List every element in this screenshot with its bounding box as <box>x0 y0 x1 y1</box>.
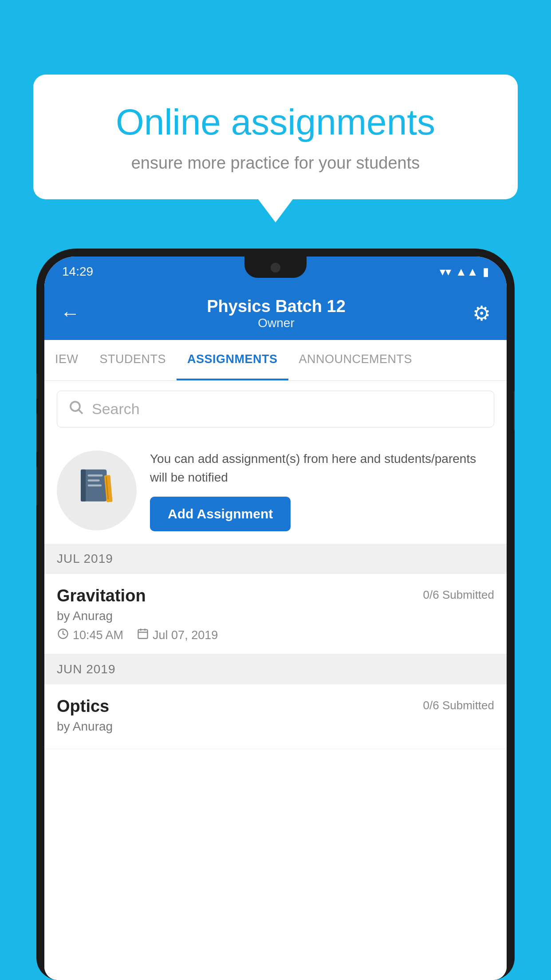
header-title-block: Physics Batch 12 Owner <box>80 297 472 330</box>
status-bar: 14:29 ▾▾ ▲▲ ▮ <box>44 257 507 287</box>
assignment-title-optics: Optics <box>57 697 109 716</box>
tab-students[interactable]: STUDENTS <box>89 340 177 380</box>
phone-frame: 14:29 ▾▾ ▲▲ ▮ ← Physics Batch 12 Owner ⚙… <box>36 249 515 980</box>
assignment-item-optics[interactable]: Optics 0/6 Submitted by Anurag <box>44 684 507 749</box>
svg-rect-5 <box>88 479 100 482</box>
phone-notch <box>244 257 307 278</box>
wifi-icon: ▾▾ <box>440 265 451 279</box>
promo-icon-circle <box>57 450 137 530</box>
tab-assignments[interactable]: ASSIGNMENTS <box>177 340 288 380</box>
phone-screen-inner: 14:29 ▾▾ ▲▲ ▮ ← Physics Batch 12 Owner ⚙… <box>44 257 507 980</box>
silent-button <box>36 466 37 506</box>
assignment-title-gravitation: Gravitation <box>57 586 146 605</box>
section-header-jul: JUL 2019 <box>44 544 507 574</box>
svg-rect-3 <box>81 469 86 501</box>
battery-icon: ▮ <box>483 265 489 279</box>
clock-icon <box>57 628 69 643</box>
search-icon <box>68 399 84 419</box>
status-time: 14:29 <box>62 265 93 279</box>
svg-rect-6 <box>88 484 102 486</box>
status-icons: ▾▾ ▲▲ ▮ <box>440 265 489 279</box>
svg-rect-4 <box>88 474 103 477</box>
add-assignment-button[interactable]: Add Assignment <box>150 497 291 531</box>
assignment-submitted-gravitation: 0/6 Submitted <box>423 588 494 602</box>
search-bar[interactable]: Search <box>57 391 494 427</box>
back-button[interactable]: ← <box>60 302 80 324</box>
svg-rect-10 <box>138 630 148 639</box>
svg-point-0 <box>71 402 80 411</box>
tabs-bar: IEW STUDENTS ASSIGNMENTS ANNOUNCEMENTS <box>44 340 507 381</box>
tab-iew[interactable]: IEW <box>44 340 89 380</box>
promo-content: You can add assignment(s) from here and … <box>150 450 494 531</box>
assignment-item-gravitation[interactable]: Gravitation 0/6 Submitted by Anurag 10:4… <box>44 574 507 654</box>
speech-bubble-subtitle: ensure more practice for your students <box>64 154 487 173</box>
time-value: 10:45 AM <box>73 628 123 642</box>
tab-announcements[interactable]: ANNOUNCEMENTS <box>288 340 423 380</box>
speech-bubble-container: Online assignments ensure more practice … <box>33 75 518 199</box>
settings-icon[interactable]: ⚙ <box>472 301 491 325</box>
speech-bubble-title: Online assignments <box>64 101 487 143</box>
batch-title: Physics Batch 12 <box>80 297 472 316</box>
assignment-row-top-optics: Optics 0/6 Submitted <box>57 697 494 716</box>
promo-text: You can add assignment(s) from here and … <box>150 450 494 487</box>
speech-bubble: Online assignments ensure more practice … <box>33 75 518 199</box>
assignment-time-gravitation: 10:45 AM <box>57 628 123 643</box>
assignment-submitted-optics: 0/6 Submitted <box>423 699 494 712</box>
batch-subtitle: Owner <box>80 316 472 330</box>
promo-block: You can add assignment(s) from here and … <box>44 437 507 544</box>
signal-icon: ▲▲ <box>456 265 478 279</box>
assignment-author-optics: by Anurag <box>57 719 494 734</box>
assignment-row-top: Gravitation 0/6 Submitted <box>57 586 494 605</box>
search-container: Search <box>44 381 507 437</box>
date-value: Jul 07, 2019 <box>153 628 218 642</box>
assignment-author-gravitation: by Anurag <box>57 609 494 623</box>
volume-down-button <box>36 413 37 453</box>
app-header: ← Physics Batch 12 Owner ⚙ <box>44 287 507 340</box>
power-button <box>514 391 515 431</box>
assignment-date-gravitation: Jul 07, 2019 <box>137 628 218 643</box>
camera-dot <box>271 263 280 273</box>
notebook-icon <box>77 466 117 515</box>
calendar-icon <box>137 628 149 643</box>
phone-screen: IEW STUDENTS ASSIGNMENTS ANNOUNCEMENTS S… <box>44 340 507 980</box>
search-placeholder: Search <box>92 400 140 418</box>
volume-up-button <box>36 373 37 399</box>
svg-line-1 <box>79 410 83 414</box>
assignment-meta-row-gravitation: 10:45 AM Jul 07, 2019 <box>57 628 494 643</box>
section-header-jun: JUN 2019 <box>44 654 507 684</box>
